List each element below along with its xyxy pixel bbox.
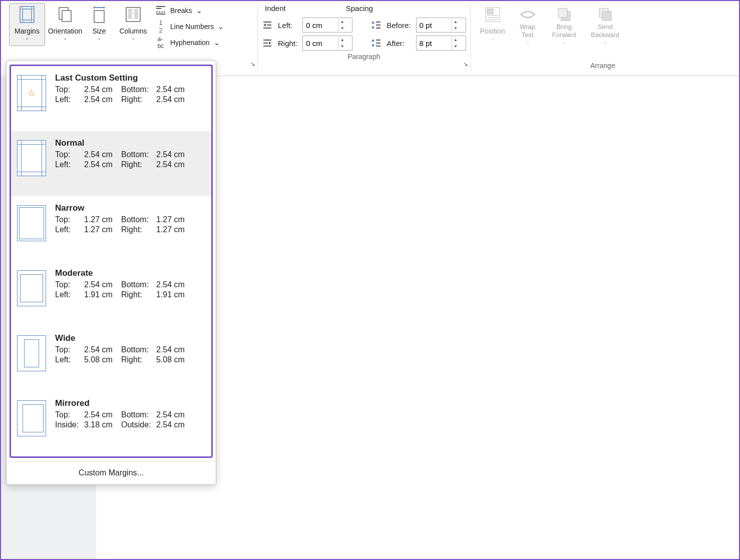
- svg-rect-46: [487, 9, 493, 14]
- chevron-down-icon: ⌄: [214, 39, 220, 47]
- margin-option-mirrored[interactable]: MirroredTop:2.54 cmBottom:2.54 cmInside:…: [11, 391, 211, 456]
- chevron-down-icon: ⌄: [526, 39, 530, 45]
- paragraph-group: Indent Spacing Left: ▲▼ Before: ▲▼ Right…: [258, 3, 471, 71]
- margin-preset-icon: [17, 400, 46, 436]
- svg-rect-11: [94, 11, 104, 23]
- chevron-down-icon: ⌄: [97, 35, 101, 41]
- orientation-button[interactable]: Orientation⌄: [47, 3, 83, 46]
- margin-preset-icon: ☆: [17, 75, 46, 111]
- spacing-before-field[interactable]: [417, 21, 452, 30]
- svg-rect-12: [126, 8, 140, 22]
- svg-marker-31: [372, 21, 375, 24]
- spacing-before-label: Before:: [387, 21, 411, 30]
- margin-option-title: Narrow: [55, 203, 205, 213]
- spacing-after-label: After:: [387, 39, 411, 48]
- margin-preset-icon: [17, 205, 46, 241]
- svg-rect-53: [602, 12, 611, 21]
- svg-marker-29: [263, 24, 266, 27]
- margin-preset-icon: [17, 335, 46, 371]
- indent-right-input[interactable]: ▲▼: [302, 36, 352, 51]
- spinner-up-icon[interactable]: ▲: [338, 37, 346, 43]
- margin-option-values: Top:2.54 cmBottom:2.54 cmInside:3.18 cmO…: [55, 410, 205, 429]
- svg-rect-7: [62, 11, 71, 22]
- spinner-down-icon[interactable]: ▼: [452, 25, 460, 32]
- spacing-before-input[interactable]: ▲▼: [416, 18, 466, 33]
- wrap-text-icon: [519, 6, 537, 24]
- margin-option-last-custom-setting[interactable]: ☆Last Custom SettingTop:2.54 cmBottom:2.…: [11, 66, 211, 131]
- orientation-icon: [56, 6, 74, 24]
- margins-label: Margins: [15, 27, 40, 36]
- breaks-button[interactable]: Breaks ⌄: [153, 4, 226, 17]
- margin-preset-icon: [17, 140, 46, 176]
- columns-icon: [124, 6, 142, 24]
- chevron-down-icon: ⌄: [603, 39, 607, 45]
- send-backward-label: Send Backward: [587, 23, 623, 39]
- chevron-down-icon: ⌄: [218, 23, 224, 31]
- bring-forward-button: Bring Forward⌄: [545, 3, 584, 46]
- margin-option-normal[interactable]: NormalTop:2.54 cmBottom:2.54 cmLeft:2.54…: [11, 131, 211, 196]
- svg-rect-51: [558, 9, 567, 18]
- line-numbers-icon: 12: [155, 21, 166, 32]
- chevron-down-icon: ⌄: [25, 35, 29, 41]
- size-label: Size: [92, 27, 106, 36]
- indent-left-label: Left:: [278, 21, 297, 30]
- margin-option-values: Top:2.54 cmBottom:2.54 cmLeft:2.54 cmRig…: [55, 85, 205, 104]
- spinner-down-icon[interactable]: ▼: [338, 25, 346, 32]
- bring-forward-label: Bring Forward: [546, 23, 582, 39]
- indent-left-icon: [262, 20, 273, 31]
- orientation-label: Orientation: [48, 27, 82, 36]
- chevron-down-icon: ⌄: [63, 35, 67, 41]
- custom-margins-button[interactable]: Custom Margins...: [7, 461, 216, 484]
- spacing-after-icon: [371, 38, 382, 49]
- arrange-group-label: Arrange: [475, 60, 731, 71]
- margin-option-title: Moderate: [55, 268, 205, 278]
- position-label: Position: [480, 27, 505, 36]
- spinner-up-icon[interactable]: ▲: [338, 19, 346, 25]
- margin-option-wide[interactable]: WideTop:2.54 cmBottom:2.54 cmLeft:5.08 c…: [11, 326, 211, 391]
- spacing-after-field[interactable]: [417, 39, 452, 48]
- columns-button[interactable]: Columns⌄: [115, 3, 151, 46]
- indent-left-input[interactable]: ▲▼: [302, 18, 352, 33]
- spinner-up-icon[interactable]: ▲: [452, 19, 460, 25]
- margin-option-values: Top:2.54 cmBottom:2.54 cmLeft:2.54 cmRig…: [55, 150, 205, 169]
- svg-marker-38: [269, 42, 271, 45]
- svg-marker-32: [372, 27, 375, 29]
- spacing-heading: Spacing: [346, 4, 373, 13]
- svg-marker-40: [372, 39, 375, 42]
- spinner-down-icon[interactable]: ▼: [452, 43, 460, 50]
- margins-button[interactable]: Margins⌄: [9, 3, 45, 46]
- spacing-after-input[interactable]: ▲▼: [416, 36, 466, 51]
- margin-option-values: Top:2.54 cmBottom:2.54 cmLeft:1.91 cmRig…: [55, 280, 205, 299]
- bring-forward-icon: [555, 6, 573, 24]
- columns-label: Columns: [119, 27, 147, 36]
- indent-left-field[interactable]: [303, 21, 338, 30]
- hyphenation-button[interactable]: a-bc Hyphenation ⌄: [153, 36, 226, 49]
- margin-option-title: Normal: [55, 138, 205, 148]
- size-button[interactable]: Size⌄: [85, 3, 113, 46]
- indent-right-icon: [262, 38, 273, 49]
- position-button: Position⌄: [475, 3, 511, 46]
- spinner-down-icon[interactable]: ▼: [338, 43, 346, 50]
- breaks-icon: [155, 5, 166, 16]
- line-numbers-button[interactable]: 12 Line Numbers ⌄: [153, 20, 226, 33]
- wrap-text-button: Wrap Text⌄: [513, 3, 543, 46]
- margin-option-narrow[interactable]: NarrowTop:1.27 cmBottom:1.27 cmLeft:1.27…: [11, 196, 211, 261]
- margin-option-moderate[interactable]: ModerateTop:2.54 cmBottom:2.54 cmLeft:1.…: [11, 261, 211, 326]
- breaks-label: Breaks: [170, 7, 192, 15]
- margin-option-title: Mirrored: [55, 398, 205, 408]
- page-setup-dialog-launcher[interactable]: ↘: [249, 60, 256, 69]
- chevron-down-icon: ⌄: [196, 7, 202, 15]
- size-icon: [90, 6, 108, 24]
- margin-option-values: Top:1.27 cmBottom:1.27 cmLeft:1.27 cmRig…: [55, 215, 205, 234]
- margins-dropdown: ☆Last Custom SettingTop:2.54 cmBottom:2.…: [6, 60, 216, 485]
- indent-right-label: Right:: [278, 39, 297, 48]
- arrange-group: Position⌄ Wrap Text⌄ Bring Forward⌄ Send…: [471, 3, 735, 71]
- indent-right-field[interactable]: [303, 39, 338, 48]
- chevron-down-icon: ⌄: [562, 39, 566, 45]
- spinner-up-icon[interactable]: ▲: [452, 37, 460, 43]
- paragraph-dialog-launcher[interactable]: ↘: [462, 60, 469, 69]
- svg-rect-1: [23, 9, 32, 20]
- margin-option-title: Wide: [55, 333, 205, 343]
- margin-option-title: Last Custom Setting: [55, 73, 205, 83]
- margin-preset-icon: [17, 270, 46, 306]
